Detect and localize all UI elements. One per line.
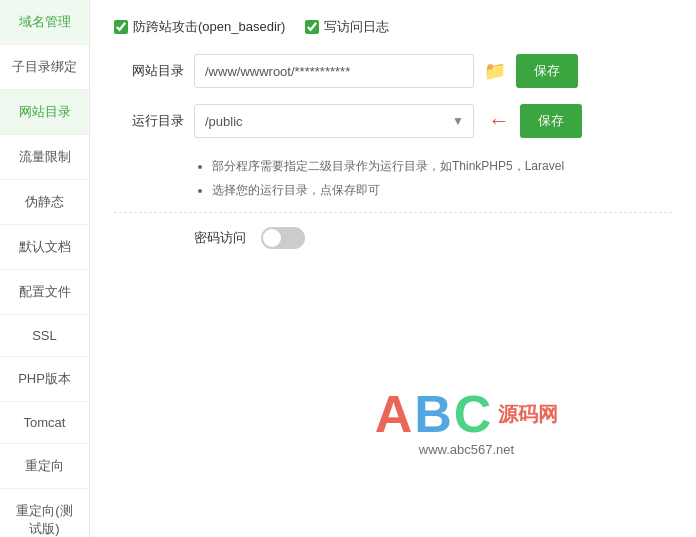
password-toggle[interactable] bbox=[261, 227, 305, 249]
sidebar-item-redirect-test[interactable]: 重定向(测试版) bbox=[0, 489, 89, 537]
toggle-slider bbox=[261, 227, 305, 249]
watermark-abc-letters: A B C 源码网 bbox=[375, 388, 559, 440]
hint-item-2: 选择您的运行目录，点保存即可 bbox=[212, 178, 672, 202]
run-dir-save-button[interactable]: 保存 bbox=[520, 104, 582, 138]
access-log-label: 写访问日志 bbox=[324, 18, 389, 36]
sidebar-item-label: 伪静态 bbox=[25, 194, 64, 209]
hint-item-1: 部分程序需要指定二级目录作为运行目录，如ThinkPHP5，Laravel bbox=[212, 154, 672, 178]
watermark: A B C 源码网 www.abc567.net bbox=[375, 388, 559, 457]
access-log-checkbox-label[interactable]: 写访问日志 bbox=[305, 18, 389, 36]
sidebar-item-tomcat[interactable]: Tomcat bbox=[0, 402, 89, 444]
main-content: 防跨站攻击(open_basedir) 写访问日志 网站目录 📁 保存 运行目录… bbox=[90, 0, 696, 537]
watermark-url: www.abc567.net bbox=[375, 442, 559, 457]
run-dir-row: 运行目录 /public / /app /web ▼ ← 保存 bbox=[114, 104, 672, 138]
section-divider bbox=[114, 212, 672, 213]
run-dir-select-wrapper: /public / /app /web ▼ bbox=[194, 104, 474, 138]
website-dir-save-button[interactable]: 保存 bbox=[516, 54, 578, 88]
sidebar-item-domain[interactable]: 域名管理 bbox=[0, 0, 89, 45]
open-basedir-checkbox[interactable] bbox=[114, 20, 128, 34]
open-basedir-checkbox-label[interactable]: 防跨站攻击(open_basedir) bbox=[114, 18, 285, 36]
run-dir-select[interactable]: /public / /app /web bbox=[194, 104, 474, 138]
sidebar-item-label: 重定向 bbox=[25, 458, 64, 473]
website-dir-row: 网站目录 📁 保存 bbox=[114, 54, 672, 88]
sidebar-item-label: Tomcat bbox=[24, 415, 66, 430]
sidebar-item-website-dir[interactable]: 网站目录 bbox=[0, 90, 89, 135]
open-basedir-label: 防跨站攻击(open_basedir) bbox=[133, 18, 285, 36]
security-options-row: 防跨站攻击(open_basedir) 写访问日志 bbox=[114, 18, 672, 36]
password-access-row: 密码访问 bbox=[114, 227, 672, 249]
website-dir-input[interactable] bbox=[194, 54, 474, 88]
sidebar-item-label: 域名管理 bbox=[19, 14, 71, 29]
run-dir-label: 运行目录 bbox=[114, 112, 184, 130]
sidebar-item-subdir[interactable]: 子目录绑定 bbox=[0, 45, 89, 90]
access-log-checkbox[interactable] bbox=[305, 20, 319, 34]
hints-section: 部分程序需要指定二级目录作为运行目录，如ThinkPHP5，Laravel 选择… bbox=[194, 154, 672, 202]
sidebar-item-label: 网站目录 bbox=[19, 104, 71, 119]
folder-icon[interactable]: 📁 bbox=[484, 60, 506, 82]
sidebar-item-traffic[interactable]: 流量限制 bbox=[0, 135, 89, 180]
sidebar-item-php[interactable]: PHP版本 bbox=[0, 357, 89, 402]
sidebar-item-default-doc[interactable]: 默认文档 bbox=[0, 225, 89, 270]
sidebar-item-ssl[interactable]: SSL bbox=[0, 315, 89, 357]
password-label: 密码访问 bbox=[194, 229, 246, 247]
watermark-letter-a: A bbox=[375, 388, 413, 440]
sidebar-item-label: 重定向(测试版) bbox=[16, 503, 72, 536]
watermark-letter-c: C bbox=[454, 388, 492, 440]
sidebar-item-label: 流量限制 bbox=[19, 149, 71, 164]
sidebar-item-label: 配置文件 bbox=[19, 284, 71, 299]
sidebar-item-rewrite[interactable]: 伪静态 bbox=[0, 180, 89, 225]
sidebar-item-label: 默认文档 bbox=[19, 239, 71, 254]
website-dir-label: 网站目录 bbox=[114, 62, 184, 80]
sidebar-item-redirect[interactable]: 重定向 bbox=[0, 444, 89, 489]
red-arrow-indicator: ← bbox=[488, 108, 510, 134]
sidebar: 域名管理 子目录绑定 网站目录 流量限制 伪静态 默认文档 配置文件 SSL P… bbox=[0, 0, 90, 537]
sidebar-item-label: SSL bbox=[32, 328, 57, 343]
watermark-letter-b: B bbox=[414, 388, 452, 440]
sidebar-item-label: 子目录绑定 bbox=[12, 59, 77, 74]
sidebar-item-label: PHP版本 bbox=[18, 371, 71, 386]
watermark-yuanma: 源码网 bbox=[498, 401, 558, 428]
sidebar-item-config[interactable]: 配置文件 bbox=[0, 270, 89, 315]
